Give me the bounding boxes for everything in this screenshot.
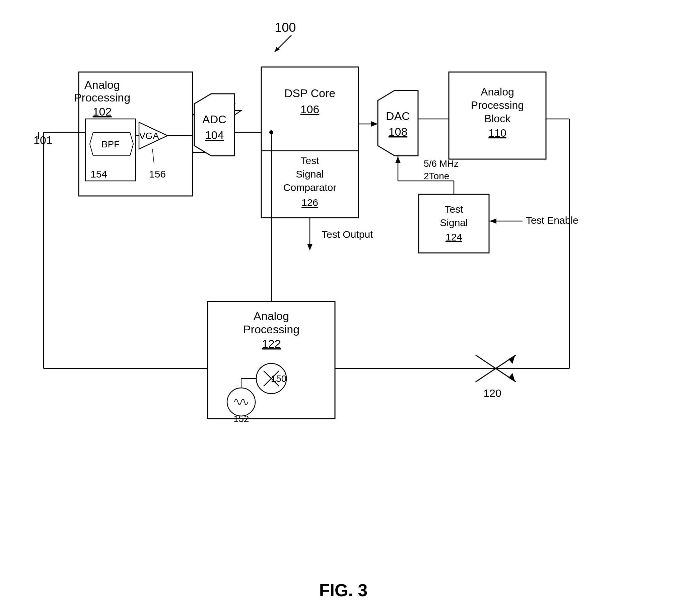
ref-152-label: 152 — [234, 414, 249, 424]
tsc-label2: Signal — [296, 169, 324, 179]
dac-label: DAC — [386, 110, 410, 122]
dac-ref: 108 — [389, 125, 408, 138]
test-enable-label: Test Enable — [526, 215, 578, 226]
ap-122-ref: 122 — [262, 337, 281, 350]
analog-processing-102-label2: Processing — [74, 91, 130, 104]
ref-120-label: 120 — [483, 387, 501, 399]
junction-dot — [269, 130, 273, 134]
ref-154-label: 154 — [90, 169, 107, 179]
freq-label1: 5/6 MHz — [424, 158, 459, 169]
ref-100-label: 100 — [275, 20, 296, 35]
ap-122-label1: Analog — [253, 309, 289, 322]
dac-108-shape — [378, 90, 418, 156]
tsc-label3: Comparator — [283, 182, 336, 193]
ref-101-label: 101 — [34, 134, 52, 146]
circuit-diagram: 100 101 Analog Processing 102 BPF 154 VG… — [0, 0, 687, 616]
apb-110-ref: 110 — [488, 127, 506, 139]
analog-processing-102-ref: 102 — [93, 105, 112, 118]
fig-label: FIG. 3 — [319, 580, 368, 600]
bpf-label: BPF — [102, 139, 119, 149]
ap-122-label2: Processing — [243, 323, 300, 336]
adc-label: ADC — [202, 113, 226, 126]
tsc-label1: Test — [301, 155, 319, 166]
freq-label2: 2Tone — [424, 171, 449, 181]
dsp-core-ref: 106 — [301, 103, 319, 115]
ts-124-label1: Test — [444, 204, 463, 215]
dsp-core-label: DSP Core — [284, 87, 335, 100]
test-output-label: Test Output — [322, 229, 373, 240]
apb-110-label2: Processing — [471, 99, 524, 111]
analog-processing-102-label: Analog — [84, 79, 120, 91]
tsc-ref: 126 — [302, 197, 318, 208]
ref-156-label: 156 — [149, 169, 166, 179]
adc-ref: 104 — [205, 129, 224, 141]
ts-124-label2: Signal — [440, 217, 468, 228]
diagram-container: 100 101 Analog Processing 102 BPF 154 VG… — [0, 0, 687, 616]
ts-124-ref: 124 — [445, 232, 462, 243]
vga-label: VGA — [139, 131, 159, 141]
apb-110-label1: Analog — [481, 86, 514, 98]
multiplier-label: 150 — [271, 373, 287, 384]
apb-110-label3: Block — [484, 113, 511, 125]
